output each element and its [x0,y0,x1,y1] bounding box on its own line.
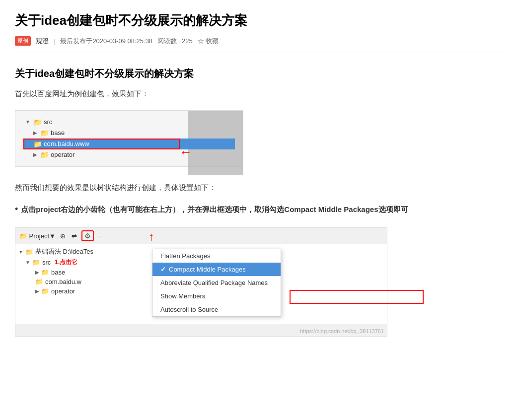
bullet-section: • 点击project右边的小齿轮（也有可能在右上方），并在弹出框选项中，取消勾… [15,203,504,216]
ide-screenshot-top: ▼ 📁 src ▶ 📁 base 📁 com.baidu.www ▶ 📁 ope… [15,110,243,167]
menu-item-show-members-label: Show Members [160,292,205,300]
publish-date: 最后发布于2020-03-09 08:25:38 [60,37,152,46]
tree-label-com-baidu: com.baidu.www [44,140,89,147]
bottom-tree-label-project: 基础语法 D:\ideaTes [35,247,93,256]
chevron-icon: ▼ [25,119,30,125]
click-label: 1.点击它 [55,258,77,267]
toolbar-btn-layout[interactable]: ⇌ [70,232,78,240]
menu-item-autoscroll-label: Autoscroll to Source [160,306,218,313]
bullet-text: 点击project右边的小齿轮（也有可能在右上方），并在弹出框选项中，取消勾选C… [21,203,408,216]
toolbar-btn-globe[interactable]: ⊕ [59,232,67,240]
menu-item-flatten[interactable]: Flatten Packages [152,249,281,263]
compact-middle-packages-ref: Compact Middle Packages [284,205,378,213]
page-main-title: 关于idea创建包时不分级展示的解决方案 [15,12,504,29]
toolbar-btn-minus[interactable]: − [97,232,104,240]
section-title: 关于idea创建包时不分级展示的解决方案 [15,67,504,80]
bottom-tree-label-operator: operator [51,287,75,295]
watermark: https://blog.csdn.net/qq_38113761 [300,328,384,334]
chevron-icon: ▶ [33,152,37,157]
bullet-suffix: 选项即可 [378,205,408,213]
bottom-tree-label-base: base [51,269,65,276]
check-icon: ✓ [160,266,166,273]
favorite-btn[interactable]: ☆ 收藏 [198,37,219,46]
read-count: 225 [182,37,193,45]
ide-toolbar: 📁 Project▼ ⊕ ⇌ ⚙ − [15,228,387,244]
menu-item-compact[interactable]: ✓Compact Middle Packages [152,263,281,276]
menu-item-abbreviate[interactable]: Abbreviate Qualified Package Names [152,276,281,289]
description-text: 然而我们想要的效果是以树状结构进行创建，具体设置如下： [15,181,504,194]
folder-icon: 📁 [33,118,42,126]
tree-label-src: src [44,118,52,126]
menu-item-show-members[interactable]: Show Members [152,289,281,303]
tree-label-base: base [51,129,65,137]
author-name: 观澄 [36,37,49,46]
tree-label-operator: operator [51,151,74,158]
menu-item-autoscroll[interactable]: Autoscroll to Source [152,303,281,316]
project-toolbar-label: 📁 Project▼ [19,232,56,240]
tree-row-com-baidu: 📁 com.baidu.www [23,139,235,149]
bullet-item: • 点击project右边的小齿轮（也有可能在右上方），并在弹出框选项中，取消勾… [15,203,504,216]
bullet-bold-prefix: 点击project右边的小齿轮（也有可能在右上方），并在弹出框选项中，取消勾选 [21,205,284,213]
chevron-icon: ▶ [33,130,37,136]
menu-item-abbreviate-label: Abbreviate Qualified Package Names [160,279,268,286]
menu-item-flatten-label: Flatten Packages [160,252,210,260]
folder-icon: 📁 [33,140,42,148]
ide-bottom-wrapper: 📁 Project▼ ⊕ ⇌ ⚙ − ↑ ▼ 📁 基础语法 D:\ideaTes… [15,227,387,337]
context-menu: Flatten Packages ✓Compact Middle Package… [152,249,281,317]
folder-icon: 📁 [40,129,49,137]
read-label: 阅读数 [157,37,177,46]
intro-text: 首先以百度网址为例创建包，效果如下： [15,87,504,100]
bottom-tree-label-src: src [42,259,51,266]
meta-bar: 原创 观澄 | 最后发布于2020-03-09 08:25:38 阅读数 225… [15,36,504,53]
toolbar-gear-btn[interactable]: ⚙ [81,230,94,241]
menu-item-compact-label: Compact Middle Packages [169,266,246,273]
bottom-tree-label-com: com.baidu.w [45,278,81,285]
folder-icon: 📁 [40,151,49,159]
bullet-dot: • [15,203,18,215]
original-tag: 原创 [15,36,31,46]
